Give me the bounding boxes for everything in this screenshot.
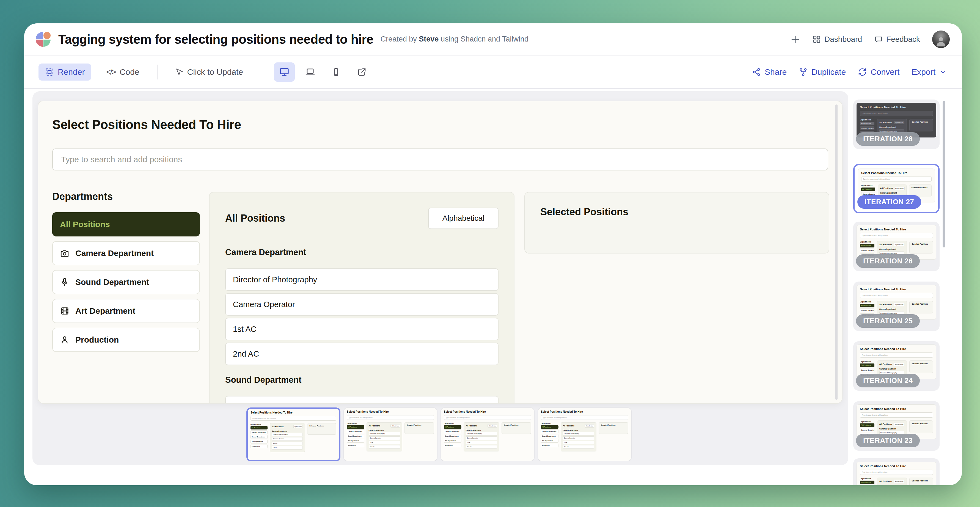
version-thumbnail-4[interactable]: Select Positions Needed To HireType to s…: [538, 407, 632, 461]
mini-app-preview: Select Positions Needed To HireType to s…: [344, 408, 437, 461]
render-tab[interactable]: Render: [38, 64, 91, 81]
position-row[interactable]: 2nd AC: [225, 343, 498, 365]
position-row[interactable]: Camera Operator: [225, 293, 498, 316]
fork-icon: [799, 68, 808, 76]
byline-author: Steve: [419, 35, 439, 43]
byline: Created by Steve using Shadcn and Tailwi…: [380, 35, 528, 43]
iteration-thumbnail-partial[interactable]: Select Positions Needed To HireType to s…: [853, 458, 940, 485]
toolbar-divider: [157, 65, 158, 79]
iteration-label: ITERATION 27: [858, 195, 921, 209]
open-external-icon: [357, 67, 367, 77]
iterations-sidebar: Select Positions Needed To HireType to s…: [853, 23, 942, 485]
department-button-sound-department[interactable]: Sound Department: [52, 270, 200, 294]
all-positions-heading: All Positions: [225, 213, 285, 224]
position-row[interactable]: Sound Mixer: [225, 396, 498, 404]
mini-app-preview: Select Positions Needed To HireType to s…: [248, 409, 339, 460]
position-row[interactable]: Director of Photography: [225, 269, 498, 291]
iterations-scrollbar[interactable]: [943, 101, 945, 248]
version-thumbnail-3[interactable]: Select Positions Needed To HireType to s…: [441, 407, 535, 461]
phone-icon: [331, 67, 341, 77]
iteration-thumbnail-24[interactable]: Select Positions Needed To HireType to s…: [853, 341, 940, 391]
departments-column: Departments All PositionsCamera Departme…: [52, 191, 200, 357]
camera-icon: [60, 248, 69, 258]
iteration-label: ITERATION 25: [856, 314, 920, 328]
iteration-label: ITERATION 23: [856, 434, 920, 447]
iteration-label: ITERATION 24: [856, 374, 920, 388]
new-project-button[interactable]: [786, 32, 804, 47]
plus-icon: [790, 34, 800, 44]
iteration-thumbnail-27[interactable]: Select Positions Needed To HireType to s…: [853, 164, 940, 213]
monitor-icon: [279, 67, 290, 77]
page-title: Tagging system for selecting positions n…: [58, 32, 374, 47]
version-thumbnail-1[interactable]: Select Positions Needed To HireType to s…: [247, 407, 340, 461]
department-button-art-department[interactable]: Art Department: [52, 299, 200, 323]
department-label: Production: [75, 335, 119, 345]
all-positions-panel: All Positions Alphabetical Camera Depart…: [209, 192, 514, 404]
iteration-label: ITERATION 26: [856, 254, 920, 268]
preview-canvas: Select Positions Needed To Hire Departme…: [32, 91, 848, 465]
position-section-title: Sound Department: [225, 375, 498, 385]
alphabetical-sort-button[interactable]: Alphabetical: [428, 208, 498, 229]
position-row[interactable]: 1st AC: [225, 318, 498, 340]
department-button-production[interactable]: Production: [52, 328, 200, 352]
iteration-thumbnail-26[interactable]: Select Positions Needed To HireType to s…: [853, 222, 940, 271]
header: Tagging system for selecting positions n…: [24, 23, 962, 55]
laptop-preview-button[interactable]: [300, 62, 321, 82]
share-icon: [752, 68, 761, 76]
magic-patterns-logo: [36, 32, 51, 47]
selected-positions-panel: Selected Positions: [524, 192, 829, 253]
department-button-all-positions[interactable]: All Positions: [52, 212, 200, 237]
toolbar: Render </> Code Click to Update: [24, 55, 962, 89]
open-in-new-window-button[interactable]: [352, 62, 372, 82]
department-label: All Positions: [60, 220, 110, 229]
iteration-thumbnail-25[interactable]: Select Positions Needed To HireType to s…: [853, 281, 940, 331]
rendered-app-preview: Select Positions Needed To Hire Departme…: [38, 101, 843, 404]
department-button-camera-department[interactable]: Camera Department: [52, 241, 200, 265]
mini-app-preview: Select Positions Needed To HireType to s…: [538, 408, 631, 461]
duplicate-button[interactable]: Duplicate: [799, 67, 846, 77]
toolbar-divider: [261, 65, 261, 79]
app-scrollbar[interactable]: [835, 105, 838, 400]
code-tab[interactable]: </> Code: [100, 64, 146, 81]
mobile-preview-button[interactable]: [326, 62, 347, 82]
iteration-thumbnail-28[interactable]: Select Positions Needed To HireType to s…: [853, 100, 940, 149]
film-icon: [60, 306, 69, 316]
app-window: Tagging system for selecting positions n…: [24, 23, 962, 485]
desktop-preview-button[interactable]: [274, 62, 295, 82]
version-thumbnails-strip: Select Positions Needed To HireType to s…: [247, 407, 632, 461]
version-thumbnail-2[interactable]: Select Positions Needed To HireType to s…: [344, 407, 438, 461]
department-label: Sound Department: [75, 277, 149, 287]
iteration-thumbnail-23[interactable]: Select Positions Needed To HireType to s…: [853, 401, 940, 451]
mini-app-preview: Select Positions Needed To HireType to s…: [856, 462, 936, 485]
department-label: Art Department: [75, 306, 135, 316]
dashboard-grid-icon: [812, 35, 821, 44]
mini-app-preview: Select Positions Needed To HireType to s…: [441, 408, 534, 461]
render-icon: [45, 68, 54, 76]
share-button[interactable]: Share: [752, 67, 787, 77]
click-to-update-button[interactable]: Click to Update: [169, 64, 250, 81]
person-icon: [60, 335, 69, 345]
cursor-icon: [175, 68, 183, 76]
departments-heading: Departments: [52, 191, 200, 202]
iteration-label: ITERATION 28: [856, 132, 920, 146]
microphone-icon: [60, 277, 69, 287]
search-positions-input[interactable]: [52, 148, 828, 170]
department-label: Camera Department: [75, 248, 154, 258]
position-section-title: Camera Department: [225, 248, 498, 257]
laptop-icon: [305, 67, 315, 77]
selected-positions-heading: Selected Positions: [540, 206, 813, 218]
app-heading: Select Positions Needed To Hire: [52, 117, 241, 132]
code-icon: </>: [106, 68, 116, 76]
